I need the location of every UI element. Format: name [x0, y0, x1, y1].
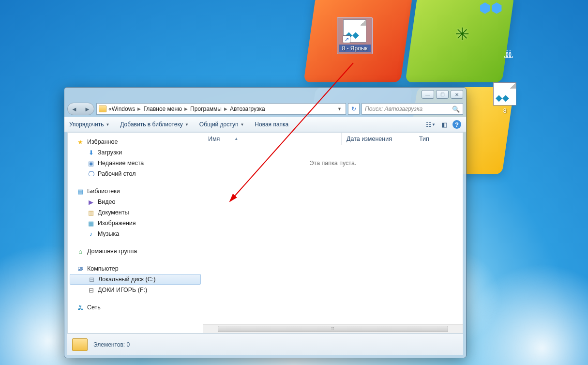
minimize-button[interactable]: —	[422, 90, 434, 99]
download-icon: ⬇	[87, 149, 95, 156]
sort-indicator-icon: ▲	[234, 137, 238, 141]
column-type[interactable]: Тип	[414, 133, 463, 145]
butterfly-icon: ꔣ	[503, 48, 514, 61]
share-menu[interactable]: Общий доступ▼	[199, 121, 244, 128]
folder-icon	[99, 106, 106, 112]
image-icon: ▦	[87, 219, 95, 227]
search-icon: 🔍	[452, 106, 460, 113]
add-to-library-menu[interactable]: Добавить в библиотеку▼	[120, 121, 188, 128]
view-options-button[interactable]: ☷ ▼	[425, 119, 436, 130]
navigation-pane: ★Избранное ⬇Загрузки ▣Недавние места 🖵Ра…	[68, 133, 203, 333]
library-icon: ▤	[76, 187, 84, 195]
folder-icon	[72, 338, 88, 351]
nav-item-external-disk[interactable]: ⊟ДОКИ ИГОРЬ (F:)	[68, 285, 203, 295]
nav-item-pictures[interactable]: ▦Изображения	[68, 218, 203, 228]
desktop-shortcut-icon[interactable]: ◆◆ ↗ 8 - Ярлык	[337, 17, 373, 54]
disk-icon: ⊟	[87, 286, 95, 294]
disk-icon: ⊟	[88, 275, 95, 283]
status-bar: Элементов: 0	[67, 334, 463, 355]
tree-icon: ✳	[455, 24, 469, 45]
status-label: Элементов:	[93, 341, 125, 348]
desktop-file-icon[interactable]: ◆◆ 8	[487, 80, 523, 116]
maximize-button[interactable]: ☐	[436, 90, 449, 99]
document-icon: ▥	[87, 209, 95, 216]
address-bar: ◄ ► « Windows▶ Главное меню▶ Программы▶ …	[64, 101, 466, 117]
nav-item-music[interactable]: ♪Музыка	[68, 228, 203, 239]
shortcut-overlay-icon: ↗	[343, 35, 350, 43]
nav-computer-header[interactable]: 🖳Компьютер	[68, 263, 203, 274]
column-headers: Имя▲ Дата изменения Тип	[203, 133, 463, 145]
computer-icon: 🖳	[76, 265, 84, 273]
preview-pane-button[interactable]: ◧	[439, 119, 450, 130]
star-icon: ★	[76, 138, 84, 146]
horizontal-scrollbar[interactable]: ⠿	[203, 324, 463, 333]
breadcrumb-prefix: «	[108, 106, 112, 112]
nav-item-downloads[interactable]: ⬇Загрузки	[68, 147, 203, 158]
nav-back-forward[interactable]: ◄ ►	[67, 103, 94, 115]
nav-item-local-disk[interactable]: ⊟Локальный диск (C:)	[70, 274, 201, 285]
column-name[interactable]: Имя▲	[203, 133, 342, 145]
nav-libraries-header[interactable]: ▤Библиотеки	[68, 186, 203, 197]
back-icon[interactable]: ◄	[71, 106, 77, 113]
nav-item-documents[interactable]: ▥Документы	[68, 207, 203, 218]
search-placeholder: Поиск: Автозагрузка	[365, 106, 422, 112]
breadcrumb-item[interactable]: Windows	[112, 106, 136, 112]
recent-icon: ▣	[87, 159, 95, 167]
content-pane[interactable]: Имя▲ Дата изменения Тип Эта папка пуста.…	[203, 133, 463, 333]
nav-item-recent[interactable]: ▣Недавние места	[68, 158, 203, 168]
file-icon: ◆◆ ↗	[343, 19, 366, 43]
network-icon: 🖧	[76, 304, 84, 311]
forward-icon[interactable]: ►	[84, 106, 90, 113]
breadcrumb[interactable]: « Windows▶ Главное меню▶ Программы▶ Авто…	[96, 103, 346, 115]
toolbar: Упорядочить▼ Добавить в библиотеку▼ Общи…	[64, 117, 466, 132]
desktop-icon-label: 8 - Ярлык	[339, 45, 371, 52]
empty-folder-message: Эта папка пуста.	[203, 145, 463, 324]
desktop-icon-label: 8	[489, 107, 521, 114]
close-button[interactable]: ✕	[451, 90, 463, 99]
organize-menu[interactable]: Упорядочить▼	[69, 121, 109, 128]
nav-homegroup-header[interactable]: ⌂Домашняя группа	[68, 246, 203, 257]
explorer-window: — ☐ ✕ ◄ ► « Windows▶ Главное меню▶ Прогр…	[64, 87, 467, 358]
help-button[interactable]: ?	[452, 120, 461, 129]
refresh-button[interactable]: ↻	[348, 103, 360, 115]
hexagon-icon: ⬢⬢	[479, 0, 502, 16]
breadcrumb-dropdown-icon[interactable]: ▼	[335, 106, 344, 111]
search-input[interactable]: Поиск: Автозагрузка 🔍	[362, 103, 463, 115]
status-count: 0	[127, 341, 130, 348]
nav-network-header[interactable]: 🖧Сеть	[68, 302, 203, 313]
nav-item-desktop[interactable]: 🖵Рабочий стол	[68, 168, 203, 179]
file-icon: ◆◆	[493, 82, 516, 106]
desktop-icon: 🖵	[87, 170, 95, 178]
breadcrumb-item[interactable]: Главное меню	[143, 106, 182, 112]
breadcrumb-item[interactable]: Программы	[190, 106, 222, 112]
titlebar[interactable]: — ☐ ✕	[64, 88, 466, 101]
new-folder-button[interactable]: Новая папка	[255, 121, 288, 128]
breadcrumb-item[interactable]: Автозагрузка	[230, 106, 265, 112]
nav-favorites-header[interactable]: ★Избранное	[68, 137, 203, 147]
music-icon: ♪	[87, 230, 95, 238]
video-icon: ▶	[87, 198, 95, 206]
homegroup-icon: ⌂	[76, 247, 84, 255]
nav-item-video[interactable]: ▶Видео	[68, 197, 203, 207]
column-date[interactable]: Дата изменения	[342, 133, 414, 145]
